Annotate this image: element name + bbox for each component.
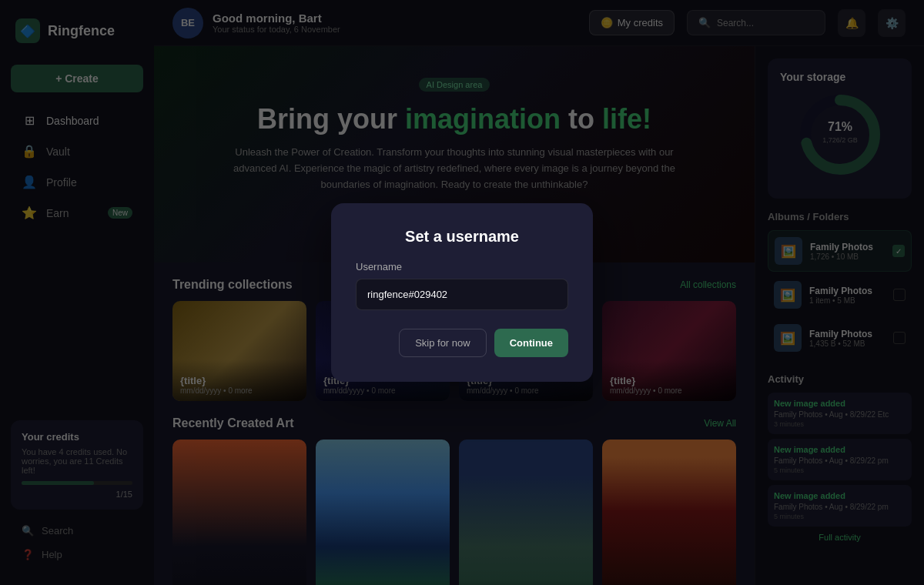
skip-button[interactable]: Skip for now [399,329,487,357]
continue-label: Continue [510,337,553,349]
username-input[interactable] [356,279,568,310]
skip-label: Skip for now [415,337,470,349]
username-modal: Set a username Username Skip for now Con… [331,203,593,382]
username-label: Username [356,261,568,272]
modal-actions: Skip for now Continue [356,329,568,357]
modal-overlay[interactable]: Set a username Username Skip for now Con… [0,0,924,585]
continue-button[interactable]: Continue [494,329,568,357]
modal-title: Set a username [356,228,568,246]
